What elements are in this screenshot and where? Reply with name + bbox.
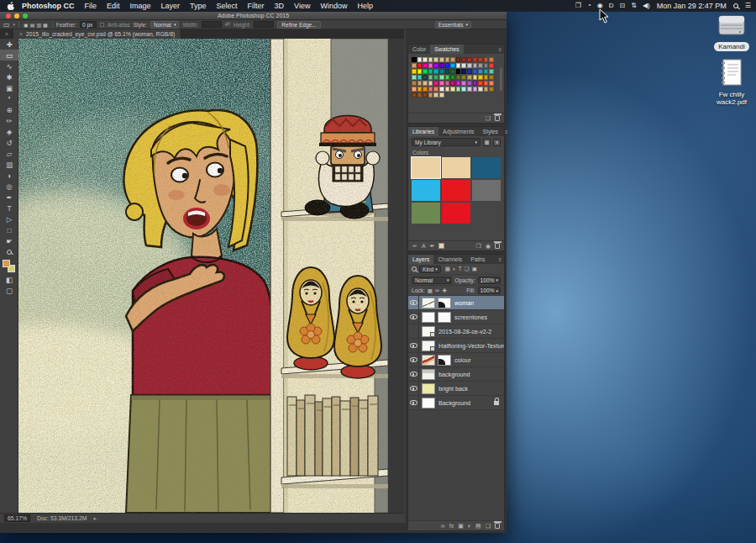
library-color-6[interactable] (412, 203, 440, 224)
add-color-icon[interactable] (438, 243, 444, 249)
swatch-14[interactable] (489, 57, 494, 62)
canvas-area[interactable] (18, 39, 404, 513)
document-tab[interactable]: × 2015_illo_cracked_eye_cvr.psd @ 65.1% … (13, 29, 181, 39)
swatch-92[interactable] (423, 92, 428, 98)
swatch-53[interactable] (456, 75, 461, 80)
swatch-15[interactable] (412, 63, 417, 68)
swatch-45[interactable] (412, 75, 417, 80)
drive-icon-label[interactable]: Kamandi (714, 42, 749, 51)
swatch-41[interactable] (473, 69, 478, 74)
filter-shape-layers-icon[interactable]: ❏ (465, 266, 470, 272)
swatch-44[interactable] (489, 69, 494, 74)
delete-layer-icon[interactable] (495, 523, 500, 529)
swatch-50[interactable] (439, 75, 444, 80)
swatch-32[interactable] (423, 69, 428, 74)
dodge-tool[interactable]: ◎ (0, 181, 18, 192)
swatch-22[interactable] (450, 63, 455, 68)
swatches-scrollbar[interactable] (500, 67, 502, 91)
quick-mask-icon[interactable]: ◧ (0, 274, 18, 285)
swatch-86[interactable] (473, 87, 478, 92)
swatch-48[interactable] (428, 75, 433, 80)
visibility-toggle[interactable] (408, 310, 419, 324)
swatch-94[interactable] (433, 92, 438, 98)
swatch-34[interactable] (433, 69, 438, 74)
gradient-tool[interactable]: ▥ (0, 159, 18, 170)
layer-row-2015-08-28-ce-v2-2[interactable]: 2015-08-28-ce-v2-2 (408, 324, 504, 339)
tab-color[interactable]: Color (408, 45, 430, 54)
tab-swatches[interactable]: Swatches (430, 45, 463, 54)
feather-input[interactable]: 0 px (80, 21, 97, 28)
visibility-toggle[interactable] (408, 353, 419, 367)
menu-view[interactable]: View (289, 2, 315, 10)
height-input[interactable] (254, 21, 274, 28)
refine-edge-button[interactable]: Refine Edge... (277, 21, 320, 29)
library-select[interactable]: My Library ▾ (412, 138, 480, 146)
type-tool[interactable]: T (0, 203, 18, 214)
library-color-1[interactable] (442, 157, 470, 178)
swap-dimensions-icon[interactable]: ⇄ (225, 21, 230, 28)
menu-3d[interactable]: 3D (270, 2, 290, 10)
swatch-5[interactable] (439, 57, 444, 62)
swatch-74[interactable] (489, 81, 494, 86)
tab-styles[interactable]: Styles (478, 127, 502, 136)
lock-pixels-icon[interactable]: ✏ (435, 287, 439, 294)
layer-row-halftoning-vector-texture-15[interactable]: Halftoning-Vector-Texture-15 (408, 339, 504, 353)
swatch-30[interactable] (412, 69, 417, 74)
swatch-59[interactable] (489, 75, 494, 80)
library-color-7[interactable] (442, 203, 470, 224)
link-layers-icon[interactable]: ∞ (441, 522, 445, 530)
swatch-70[interactable] (467, 81, 472, 86)
swatch-65[interactable] (439, 81, 444, 86)
swatch-2[interactable] (423, 57, 428, 62)
delete-item-icon[interactable] (495, 243, 500, 249)
opacity-select[interactable]: 100% ▾ (478, 277, 501, 284)
swatch-31[interactable] (417, 69, 423, 74)
swatch-42[interactable] (478, 69, 483, 74)
eyedropper-tool[interactable]: ❜ (0, 93, 18, 104)
blend-mode-select[interactable]: Normal ▾ (412, 277, 452, 284)
swatch-54[interactable] (461, 75, 466, 80)
eraser-tool[interactable]: ▱ (0, 148, 18, 159)
swatch-68[interactable] (456, 81, 461, 86)
swatch-63[interactable] (428, 81, 433, 86)
swatch-7[interactable] (450, 57, 455, 62)
swatch-79[interactable] (433, 87, 438, 92)
path-selection-tool[interactable]: ▷ (0, 214, 18, 224)
selection-mode-2[interactable]: ▥ (36, 23, 41, 28)
swatch-49[interactable] (433, 75, 438, 80)
tab-libraries[interactable]: Libraries (408, 127, 438, 136)
layer-row-bright-back[interactable]: bright back (408, 382, 504, 396)
swatch-16[interactable] (417, 63, 423, 68)
delete-swatch-icon[interactable] (495, 115, 500, 121)
layer-effects-icon[interactable]: fx (449, 522, 454, 530)
swatch-0[interactable] (412, 57, 417, 62)
filter-smart-objects-icon[interactable]: ▣ (472, 266, 477, 272)
selection-mode-3[interactable]: ▦ (43, 23, 48, 28)
swatch-26[interactable] (473, 63, 478, 68)
swatch-64[interactable] (433, 81, 438, 86)
swatch-78[interactable] (428, 87, 433, 92)
quick-selection-tool[interactable]: ✱ (0, 71, 18, 82)
swatch-43[interactable] (484, 69, 489, 74)
swatch-83[interactable] (456, 87, 461, 92)
swatch-73[interactable] (484, 81, 489, 86)
library-color-4[interactable] (442, 180, 470, 201)
grid-view-button[interactable]: ▦ (483, 139, 491, 146)
swatch-91[interactable] (417, 92, 423, 98)
clock-status-icon[interactable]: ◔ (587, 0, 591, 12)
swatch-11[interactable] (473, 57, 478, 62)
notification-center-icon[interactable]: ☰ (745, 0, 751, 12)
swatch-8[interactable] (456, 57, 461, 62)
swatch-62[interactable] (423, 81, 428, 86)
swatch-20[interactable] (439, 63, 444, 68)
swatch-33[interactable] (428, 69, 433, 74)
swatch-40[interactable] (467, 69, 472, 74)
visibility-toggle[interactable] (408, 396, 419, 410)
current-tool-icon[interactable]: ▭ (3, 21, 10, 29)
status-arrow-icon[interactable]: ▸ (93, 515, 96, 522)
new-group-icon[interactable]: ▤ (475, 522, 481, 530)
brush-tool[interactable]: ✏ (0, 115, 18, 126)
sync-arrows-icon[interactable]: ⇅ (631, 0, 637, 12)
filter-pixel-layers-icon[interactable]: ▦ (445, 266, 450, 272)
layer-row-screentones[interactable]: screentones (408, 310, 504, 324)
